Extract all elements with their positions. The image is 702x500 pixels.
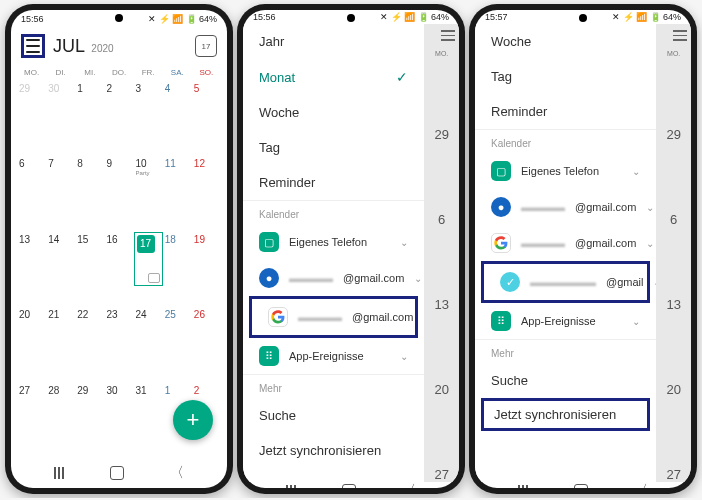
account-icon: ● [491, 197, 511, 217]
chevron-down-icon: ⌄ [400, 237, 408, 248]
view-reminder[interactable]: Reminder [243, 165, 424, 200]
view-tag[interactable]: Tag [475, 59, 656, 94]
add-event-button[interactable]: + [173, 400, 213, 440]
calendar-account-2[interactable]: ▬▬▬▬@gmail.com⌄ [475, 225, 656, 261]
camera-dot [347, 14, 355, 22]
nav-recent[interactable] [54, 467, 64, 479]
phone-icon: ▢ [491, 161, 511, 181]
phone-icon: ▢ [259, 232, 279, 252]
view-tag[interactable]: Tag [243, 130, 424, 165]
nav-home[interactable] [110, 466, 124, 480]
calendar-account-1[interactable]: ●▬▬▬▬@gmail.com⌄ [475, 189, 656, 225]
nav-bar: 〈 [11, 458, 227, 488]
camera-dot [115, 14, 123, 22]
section-mehr: Mehr [243, 374, 424, 398]
check-icon: ✓ [396, 69, 408, 85]
camera-dot [579, 14, 587, 22]
calendar-app-events[interactable]: ⠿App-Ereignisse⌄ [243, 338, 424, 374]
today-button[interactable]: 17 [195, 35, 217, 57]
section-mehr: Mehr [475, 339, 656, 363]
menu-button[interactable] [21, 34, 45, 58]
menu-suche[interactable]: Suche [243, 398, 424, 433]
menu-sync[interactable]: Jetzt synchronisieren [243, 433, 424, 468]
menu-icon[interactable] [441, 30, 455, 41]
month-title[interactable]: JUL 2020 [53, 36, 114, 57]
section-kalender: Kalender [243, 200, 424, 224]
view-monat[interactable]: Monat✓ [243, 59, 424, 95]
google-icon [491, 233, 511, 253]
apps-icon: ⠿ [491, 311, 511, 331]
phone-drawer-2: 15:57✕ ⚡ 📶 🔋64% Woche Tag Reminder Kalen… [469, 4, 697, 494]
check-icon: ✓ [500, 272, 520, 292]
view-jahr[interactable]: Jahr [243, 24, 424, 59]
menu-suche[interactable]: Suche [475, 363, 656, 398]
menu-sync[interactable]: Jetzt synchronisieren [484, 401, 647, 428]
calendar-account-3[interactable]: ✓▬▬▬▬▬▬@gmail⌄ [484, 264, 647, 300]
calendar-header: JUL 2020 17 [11, 28, 227, 64]
calendar-account-1[interactable]: ●▬▬▬▬@gmail.com⌄ [243, 260, 424, 296]
highlight-gmail-2: ✓▬▬▬▬▬▬@gmail⌄ [481, 261, 650, 303]
nav-recent[interactable] [286, 485, 296, 488]
view-woche[interactable]: Woche [243, 95, 424, 130]
nav-home[interactable] [342, 484, 356, 488]
phone-drawer-1: 15:56✕ ⚡ 📶 🔋64% Jahr Monat✓ Woche Tag Re… [237, 4, 465, 494]
chevron-down-icon: ⌄ [414, 273, 422, 284]
menu-icon[interactable] [673, 30, 687, 41]
nav-back[interactable]: 〈 [402, 482, 416, 488]
chevron-down-icon: ⌄ [400, 351, 408, 362]
view-reminder[interactable]: Reminder [475, 94, 656, 129]
view-woche[interactable]: Woche [475, 24, 656, 59]
nav-home[interactable] [574, 484, 588, 488]
date-column: MO. 296132027 [656, 24, 691, 482]
nav-back[interactable]: 〈 [170, 464, 184, 482]
day-cell: 29 [17, 81, 46, 135]
nav-recent[interactable] [518, 485, 528, 488]
note-icon [148, 273, 160, 283]
drawer-panel: Jahr Monat✓ Woche Tag Reminder Kalender … [243, 24, 424, 482]
calendar-app-events[interactable]: ⠿App-Ereignisse⌄ [475, 303, 656, 339]
date-column: MO. 296132027 [424, 24, 459, 482]
weekday-row: MO.DI.MI.DO.FR.SA.SO. [11, 64, 227, 81]
apps-icon: ⠿ [259, 346, 279, 366]
highlight-sync: Jetzt synchronisieren [481, 398, 650, 431]
account-icon: ● [259, 268, 279, 288]
nav-back[interactable]: 〈 [634, 482, 648, 488]
today-cell: 17 [134, 232, 163, 286]
calendar-account-2[interactable]: ▬▬▬▬@gmail.com⌄ [252, 299, 415, 335]
status-time: 15:56 [21, 14, 44, 24]
phone-calendar: 15:56 ✕ ⚡ 📶 🔋64% JUL 2020 17 MO.DI.MI.DO… [5, 4, 233, 494]
highlight-gmail: ▬▬▬▬@gmail.com⌄ [249, 296, 418, 338]
status-icons: ✕ ⚡ 📶 🔋64% [148, 14, 217, 24]
section-kalender: Kalender [475, 129, 656, 153]
calendar-eigenes[interactable]: ▢Eigenes Telefon⌄ [475, 153, 656, 189]
google-icon [268, 307, 288, 327]
calendar-eigenes[interactable]: ▢Eigenes Telefon⌄ [243, 224, 424, 260]
drawer-panel: Woche Tag Reminder Kalender ▢Eigenes Tel… [475, 24, 656, 482]
